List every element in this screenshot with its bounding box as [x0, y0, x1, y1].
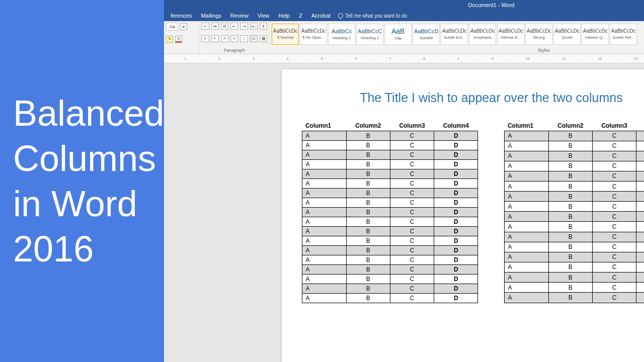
horizontal-ruler[interactable]: 1·2·3·4·5·6·7·8·1·9·10·11·12·13·14·15·16… [164, 54, 644, 63]
table-cell[interactable]: D [434, 217, 478, 226]
table-cell[interactable]: A [505, 252, 548, 262]
table-cell[interactable]: D [636, 151, 644, 161]
table-cell[interactable]: D [636, 232, 644, 242]
table-cell[interactable]: D [636, 242, 644, 252]
table-cell[interactable]: D [636, 283, 644, 293]
table-cell[interactable]: C [592, 232, 636, 242]
table-cell[interactable]: D [434, 207, 478, 217]
table-cell[interactable]: C [592, 202, 636, 212]
table-cell[interactable]: D [434, 140, 478, 150]
table-cell[interactable]: B [548, 131, 592, 141]
table-cell[interactable]: A [302, 226, 346, 236]
style-intense-e-[interactable]: AaBbCcDcIntense E... [497, 24, 524, 45]
table-cell[interactable]: D [636, 131, 644, 141]
table-cell[interactable]: C [592, 161, 636, 171]
table-cell[interactable]: A [505, 141, 548, 151]
table-cell[interactable]: A [302, 140, 346, 150]
table-cell[interactable]: D [434, 178, 478, 188]
table-row[interactable]: ABCD [302, 169, 478, 178]
page[interactable]: The Title I wish to appear over the two … [282, 69, 644, 362]
table-cell[interactable]: D [434, 169, 478, 178]
table-row[interactable]: ABCD [505, 242, 644, 252]
table-row[interactable]: ABCD [302, 226, 478, 236]
table-cell[interactable]: B [548, 182, 592, 192]
table-cell[interactable]: D [636, 252, 644, 262]
table-cell[interactable]: C [390, 178, 434, 188]
table-cell[interactable]: C [390, 284, 434, 293]
tab-references[interactable]: ferences [166, 10, 196, 21]
table-cell[interactable]: C [390, 169, 434, 178]
table-cell[interactable]: B [346, 255, 390, 264]
table-cell[interactable]: A [302, 284, 346, 293]
multilevel-icon[interactable]: ⊟ [221, 23, 228, 30]
table-row[interactable]: ABCD [302, 188, 478, 198]
table-cell[interactable]: A [505, 161, 548, 171]
table-cell[interactable]: B [346, 217, 390, 226]
table-cell[interactable]: D [636, 222, 644, 232]
shading-icon[interactable]: ▭ [250, 35, 258, 42]
table-cell[interactable]: D [434, 159, 478, 169]
table-cell[interactable]: C [592, 171, 636, 181]
table-cell[interactable]: A [505, 192, 548, 202]
table-row[interactable]: ABCD [505, 182, 644, 192]
table-cell[interactable]: A [505, 283, 548, 293]
align-center-icon[interactable]: ≡ [211, 35, 219, 42]
align-right-icon[interactable]: ≡ [221, 35, 228, 42]
table-cell[interactable]: D [434, 226, 478, 236]
table-row[interactable]: ABCD [302, 217, 478, 226]
table-row[interactable]: ABCD [302, 131, 478, 140]
sort-icon[interactable]: A↓ [250, 23, 258, 30]
table-cell[interactable]: C [390, 264, 434, 274]
style-strong[interactable]: AaBbCcDcStrong [525, 24, 552, 45]
table-cell[interactable]: A [505, 262, 548, 272]
chevron-down-icon[interactable]: ▾ [180, 23, 187, 30]
table-cell[interactable]: C [592, 252, 636, 262]
table-cell[interactable]: B [346, 284, 390, 293]
table-row[interactable]: ABCD [302, 140, 478, 150]
table-cell[interactable]: A [302, 150, 346, 159]
table-cell[interactable]: B [548, 242, 592, 252]
table-row[interactable]: ABCD [302, 150, 478, 159]
table-cell[interactable]: B [346, 198, 390, 207]
table-cell[interactable]: A [505, 151, 548, 161]
table-right[interactable]: Column1Column2Column3Column4 ABCDABCDABC… [504, 121, 644, 303]
table-cell[interactable]: C [592, 293, 636, 303]
table-cell[interactable]: B [548, 222, 592, 232]
bullets-icon[interactable]: ≡ [201, 23, 209, 30]
document-scroll-area[interactable]: The Title I wish to appear over the two … [164, 63, 644, 362]
table-header[interactable]: Column2 [346, 121, 390, 131]
table-cell[interactable]: C [592, 262, 636, 272]
table-row[interactable]: ABCD [302, 159, 478, 169]
show-marks-icon[interactable]: ¶ [260, 23, 267, 30]
table-cell[interactable]: C [592, 141, 636, 151]
table-cell[interactable]: B [548, 212, 592, 222]
style-emphasis[interactable]: AaBbCcDcEmphasis [469, 24, 496, 45]
style-heading-1[interactable]: AaBbCcHeading 1 [328, 24, 355, 45]
table-cell[interactable]: C [592, 283, 636, 293]
table-cell[interactable]: C [390, 217, 434, 226]
tab-acrobat[interactable]: Acrobat [307, 10, 335, 21]
table-header[interactable]: Column3 [592, 121, 636, 131]
table-cell[interactable]: B [548, 252, 592, 262]
table-cell[interactable]: A [302, 217, 346, 226]
table-row[interactable]: ABCD [302, 293, 478, 303]
tab-mailings[interactable]: Mailings [196, 10, 225, 21]
table-cell[interactable]: A [302, 131, 346, 140]
table-cell[interactable]: C [390, 255, 434, 264]
table-cell[interactable]: C [592, 192, 636, 202]
table-cell[interactable]: B [548, 232, 592, 242]
table-cell[interactable]: D [434, 264, 478, 274]
table-header[interactable]: Column4 [636, 121, 644, 131]
style--normal[interactable]: AaBbCcDc¶ Normal [272, 24, 299, 45]
table-row[interactable]: ABCD [302, 245, 478, 255]
table-cell[interactable]: B [548, 192, 592, 202]
table-cell[interactable]: C [390, 150, 434, 159]
table-cell[interactable]: A [302, 255, 346, 264]
document-heading[interactable]: The Title I wish to appear over the two … [302, 90, 644, 105]
tab-z[interactable]: Z [294, 10, 307, 21]
table-cell[interactable]: C [592, 151, 636, 161]
table-cell[interactable]: B [548, 293, 592, 303]
table-row[interactable]: ABCD [505, 202, 644, 212]
style-heading-2[interactable]: AaBbCcCHeading 2 [356, 24, 383, 45]
table-cell[interactable]: B [548, 141, 592, 151]
